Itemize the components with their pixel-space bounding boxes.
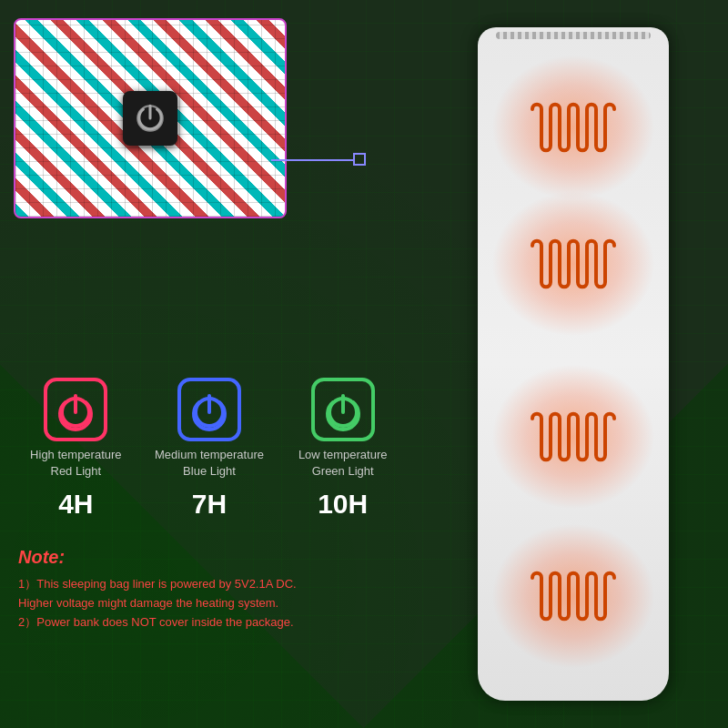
low-temp-duration: 10H bbox=[318, 489, 368, 520]
bag-zipper bbox=[496, 32, 651, 39]
medium-temp-control: Medium temperature Blue Light 7H bbox=[147, 378, 272, 520]
heat-zone-1 bbox=[500, 64, 646, 191]
low-temp-power-icon bbox=[320, 387, 366, 432]
high-temp-label: High temperature Red Light bbox=[30, 447, 121, 480]
low-temp-label: Low temperature Green Light bbox=[298, 447, 388, 480]
medium-temp-duration: 7H bbox=[192, 489, 227, 520]
connector-line bbox=[271, 159, 353, 161]
main-container: High temperature Red Light 4H Medium tem… bbox=[0, 0, 728, 728]
heat-coil-4-icon bbox=[523, 564, 623, 628]
medium-temp-label: Medium temperature Blue Light bbox=[155, 447, 264, 480]
medium-temp-power-icon bbox=[187, 387, 232, 432]
power-button-icon bbox=[133, 101, 167, 136]
sleeping-bag bbox=[478, 27, 669, 701]
connector-dot bbox=[353, 153, 366, 166]
heat-zone-4 bbox=[500, 532, 646, 660]
plaid-fabric-image bbox=[14, 18, 287, 218]
medium-temp-icon-box bbox=[177, 378, 241, 441]
low-temp-control: Low temperature Green Light 10H bbox=[280, 378, 405, 520]
low-temp-icon-box bbox=[311, 378, 375, 441]
high-temp-duration: 4H bbox=[58, 489, 93, 520]
heat-coil-3-icon bbox=[523, 405, 623, 469]
heat-coil-1-icon bbox=[523, 96, 623, 159]
right-panel bbox=[419, 0, 728, 728]
high-temp-control: High temperature Red Light 4H bbox=[14, 378, 138, 520]
note-section: Note: 1）This sleeping bag liner is power… bbox=[14, 547, 405, 632]
high-temp-icon-box bbox=[44, 378, 107, 441]
note-text: 1）This sleeping bag liner is powered by … bbox=[18, 575, 400, 632]
heat-zone-3 bbox=[500, 373, 646, 500]
left-panel: High temperature Red Light 4H Medium tem… bbox=[0, 0, 419, 728]
note-title: Note: bbox=[18, 547, 400, 568]
power-button-img bbox=[123, 91, 177, 146]
high-temp-power-icon bbox=[53, 387, 98, 432]
controls-section: High temperature Red Light 4H Medium tem… bbox=[14, 378, 405, 520]
heat-coil-2-icon bbox=[523, 232, 623, 296]
heat-zone-2 bbox=[500, 200, 646, 328]
